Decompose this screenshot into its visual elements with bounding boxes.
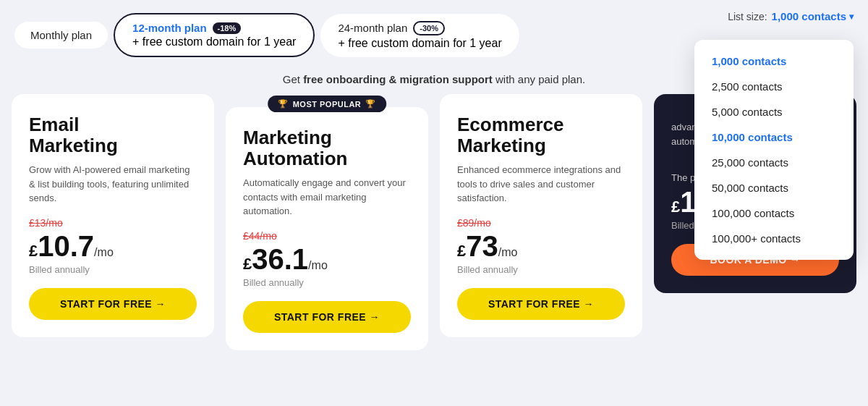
card-ecommerce-desc: Enhanced ecommerce integrations and tool… xyxy=(457,163,625,206)
list-size-area: List size: 1,000 contacts ▾ xyxy=(728,10,854,22)
card-email-title: Email Marketing xyxy=(29,114,197,156)
chevron-down-icon: ▾ xyxy=(849,12,854,22)
card-email-original-price: £13/mo xyxy=(29,217,197,229)
promo-suffix: with any paid plan. xyxy=(493,73,585,85)
card-automation-original-price: £44/mo xyxy=(243,230,411,242)
card-email-current-price: £10.7/mo xyxy=(29,230,197,263)
card-ecommerce-current-price: £73/mo xyxy=(457,230,625,263)
card-automation-title: Marketing Automation xyxy=(243,127,411,169)
card-marketing-automation: 🏆 MOST POPULAR 🏆 Marketing Automation Au… xyxy=(226,107,428,350)
list-size-label: List size: xyxy=(728,11,767,22)
tab-12month[interactable]: 12-month plan -18% + free custom domain … xyxy=(114,13,315,57)
tab-24month-badge: -30% xyxy=(413,21,445,35)
dropdown-item-10000[interactable]: 10,000 contacts xyxy=(694,124,854,150)
tab-24month[interactable]: 24-month plan -30% + free custom domain … xyxy=(320,14,519,57)
promo-prefix: Get xyxy=(283,73,303,85)
most-popular-badge: 🏆 MOST POPULAR 🏆 xyxy=(268,96,386,112)
list-size-selector[interactable]: 1,000 contacts ▾ xyxy=(772,10,854,22)
tab-24month-subtitle: + free custom domain for 1 year xyxy=(338,37,501,50)
card-automation-current-price: £36.1/mo xyxy=(243,243,411,276)
card-ecommerce-title: Ecommerce Marketing xyxy=(457,114,625,156)
tab-12month-badge: -18% xyxy=(213,22,242,34)
card-ecommerce-billed-note: Billed annually xyxy=(457,264,625,275)
dropdown-item-25000[interactable]: 25,000 contacts xyxy=(694,150,854,175)
tab-12month-title: 12-month plan xyxy=(132,22,207,34)
dropdown-item-2500[interactable]: 2,500 contacts xyxy=(694,74,854,99)
card-ecommerce-cta[interactable]: START FOR FREE → xyxy=(457,288,625,320)
tab-monthly-label: Monthly plan xyxy=(30,29,92,41)
list-size-dropdown: 1,000 contacts 2,500 contacts 5,000 cont… xyxy=(694,40,854,260)
card-email-cta[interactable]: START FOR FREE → xyxy=(29,288,197,320)
dropdown-item-5000[interactable]: 5,000 contacts xyxy=(694,99,854,124)
page-wrapper: Monthly plan 12-month plan -18% + free c… xyxy=(0,0,868,406)
dropdown-item-1000[interactable]: 1,000 contacts xyxy=(694,48,854,74)
trophy-icon-right: 🏆 xyxy=(365,99,376,109)
card-ecommerce-original-price: £89/mo xyxy=(457,217,625,229)
list-size-value: 1,000 contacts xyxy=(772,10,846,22)
card-automation-desc: Automatically engage and convert your co… xyxy=(243,176,411,219)
tab-monthly[interactable]: Monthly plan xyxy=(14,22,108,48)
trophy-icon: 🏆 xyxy=(278,99,289,109)
dropdown-item-50000[interactable]: 50,000 contacts xyxy=(694,175,854,200)
card-automation-billed-note: Billed annually xyxy=(243,277,411,288)
card-automation-cta[interactable]: START FOR FREE → xyxy=(243,301,411,333)
card-email-desc: Grow with AI-powered email marketing & l… xyxy=(29,163,197,206)
dropdown-item-100000plus[interactable]: 100,000+ contacts xyxy=(694,226,854,251)
card-email-marketing: Email Marketing Grow with AI-powered ema… xyxy=(12,94,214,337)
card-email-billed-note: Billed annually xyxy=(29,264,197,275)
tab-24month-title: 24-month plan xyxy=(338,22,407,34)
dropdown-item-100000[interactable]: 100,000 contacts xyxy=(694,200,854,226)
card-ecommerce: Ecommerce Marketing Enhanced ecommerce i… xyxy=(440,94,642,337)
tab-12month-subtitle: + free custom domain for 1 year xyxy=(132,35,296,48)
promo-highlight: free onboarding & migration support xyxy=(303,73,493,85)
